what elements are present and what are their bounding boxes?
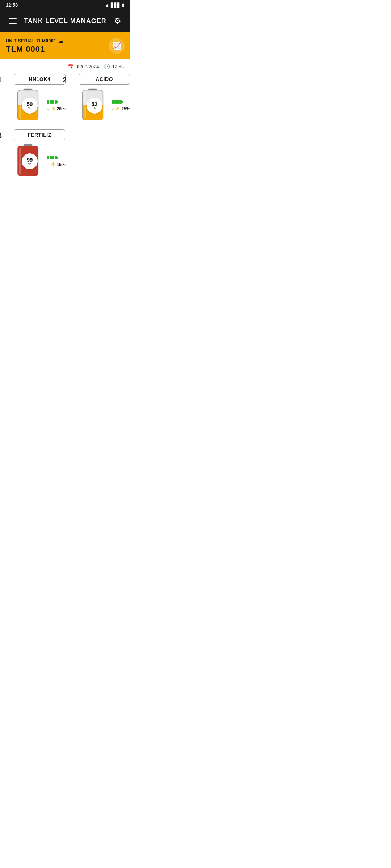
warning-icon-2: ⚠ (115, 106, 120, 111)
wifi-icon: ▲ (105, 3, 109, 8)
tank-row-1: 1 HN1OK4 50 % (5, 74, 125, 124)
date-value: 03/09/2024 (75, 64, 99, 69)
menu-button[interactable] (6, 14, 20, 28)
status-time: 12:53 (6, 2, 18, 8)
header: TANK LEVEL MANAGER ⚙ (0, 10, 130, 32)
tank-visual-1: 50 % (15, 88, 44, 124)
battery-body (112, 100, 123, 104)
hamburger-line (9, 18, 17, 19)
battery-indicator (47, 100, 66, 104)
tank-visual-area-3: 99 % – ⚠ 15% (14, 143, 65, 179)
signal-icon: ▋▋▋ (111, 3, 121, 8)
tank-card-3[interactable]: 3 FERTILIZ 99 % (5, 129, 65, 179)
tank-name-1[interactable]: HN1OK4 (14, 74, 66, 85)
battery-cell (47, 156, 49, 159)
date-item: 📅 03/09/2024 (67, 64, 99, 69)
unit-info: UNIT SERIAL TLM0001 ☁ TLM 0001 (6, 38, 64, 54)
tank-percentage-1: 50 % (22, 98, 38, 114)
tank-info-col-1: – ⚠ 26% (47, 100, 66, 111)
tank-info-col-3: – ⚠ 15% (47, 156, 66, 167)
warning-icon-1: ⚠ (51, 106, 55, 111)
tank-percentage-3: 99 % (22, 153, 38, 169)
cloud-icon: ☁ (58, 38, 64, 44)
tank-visual-area-1: 50 % – ⚠ 26% (14, 88, 66, 124)
battery-cell (114, 100, 117, 104)
tank-card-2[interactable]: 2 ACIDO 52 % (70, 74, 130, 124)
battery-tip (122, 101, 123, 103)
tank-name-2[interactable]: ACIDO (79, 74, 130, 85)
status-icons: ▲ ▋▋▋ ▮ (105, 3, 125, 8)
battery-cell (112, 100, 114, 104)
tank-visual-area-2: 52 % – ⚠ 25% (79, 88, 130, 124)
time-value: 12:53 (112, 64, 124, 69)
hamburger-line (9, 21, 17, 21)
battery-cell (47, 100, 49, 104)
calendar-icon: 📅 (67, 64, 73, 69)
tank-number-3: 3 (0, 132, 2, 140)
battery-indicator (112, 100, 130, 104)
tank-alert-2: – ⚠ 25% (112, 106, 130, 111)
battery-cell (50, 156, 52, 159)
svg-rect-14 (19, 147, 21, 174)
status-bar: 12:53 ▲ ▋▋▋ ▮ (0, 0, 130, 10)
battery-cell (50, 100, 52, 104)
warning-icon-3: ⚠ (51, 162, 55, 167)
settings-button[interactable]: ⚙ (111, 14, 125, 28)
unit-bar: UNIT SERIAL TLM0001 ☁ TLM 0001 📈 (0, 32, 130, 59)
unit-serial-label: UNIT SERIAL TLM0001 ☁ (6, 38, 64, 44)
battery-cell (52, 156, 54, 159)
tank-visual-3: 99 % (15, 143, 44, 179)
tank-name-3[interactable]: FERTILIZ (14, 129, 65, 140)
battery-body (47, 156, 58, 159)
tank-visual-2: 52 % (80, 88, 109, 124)
battery-tip (57, 157, 58, 159)
datetime-row: 📅 03/09/2024 🕐 12:53 (5, 64, 125, 69)
battery-body (47, 100, 58, 104)
svg-rect-4 (19, 92, 21, 118)
battery-indicator (47, 156, 66, 159)
tank-info-col-2: – ⚠ 25% (112, 100, 130, 111)
battery-cell (117, 100, 119, 104)
tank-percentage-2: 52 % (87, 98, 102, 114)
battery-cell (55, 100, 57, 104)
tank-number-1: 1 (0, 76, 2, 84)
battery-cell (55, 156, 57, 159)
gear-icon: ⚙ (114, 16, 121, 26)
hamburger-line (9, 23, 17, 24)
tank-card-1[interactable]: 1 HN1OK4 50 % (5, 74, 66, 124)
battery-icon: ▮ (122, 3, 125, 8)
empty-slot (70, 129, 125, 179)
tank-alert-1: – ⚠ 26% (47, 106, 66, 111)
tank-grid: 1 HN1OK4 50 % (5, 74, 125, 179)
tank-row-2: 3 FERTILIZ 99 % (5, 129, 125, 179)
battery-cell (119, 100, 122, 104)
chart-icon: 📈 (112, 42, 121, 50)
clock-icon: 🕐 (104, 64, 110, 69)
page-title: TANK LEVEL MANAGER (20, 17, 111, 25)
tank-number-2: 2 (63, 76, 67, 84)
main-content: 📅 03/09/2024 🕐 12:53 1 HN1OK4 (0, 59, 130, 184)
tank-alert-3: – ⚠ 15% (47, 162, 66, 167)
svg-rect-9 (84, 92, 86, 118)
chart-button[interactable]: 📈 (109, 38, 125, 54)
battery-tip (57, 101, 58, 103)
battery-cell (52, 100, 54, 104)
time-item: 🕐 12:53 (104, 64, 124, 69)
unit-name: TLM 0001 (6, 44, 64, 54)
